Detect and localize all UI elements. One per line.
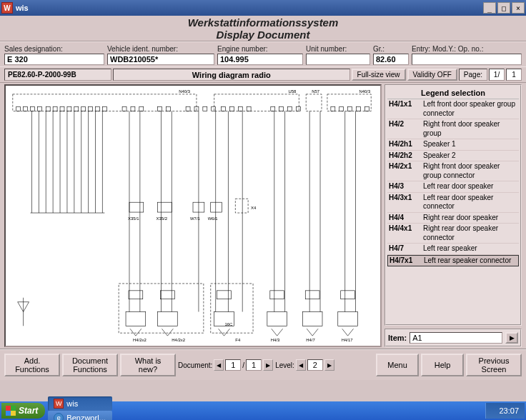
previous-screen-button[interactable]: Previous Screen bbox=[466, 354, 522, 376]
gr-value[interactable]: 82.60 bbox=[373, 54, 409, 65]
document-functions-button[interactable]: Document Functions bbox=[62, 354, 118, 376]
legend-list[interactable]: H4/1x1Left front door speaker group conn… bbox=[387, 99, 519, 323]
level-value: 2 bbox=[307, 359, 323, 371]
svg-text:H4/17: H4/17 bbox=[342, 338, 353, 342]
legend-item[interactable]: H4/7x1Left rear speaker connector bbox=[387, 255, 519, 267]
wiring-diagram-pane[interactable]: N40/3 U58 N57 N40/3 X35/1 X35/2 W7/1 W6/… bbox=[4, 84, 382, 347]
legend-desc: Right rear door speaker bbox=[423, 214, 517, 223]
windows-logo-icon bbox=[6, 406, 16, 416]
svg-rect-79 bbox=[158, 312, 178, 326]
diagram-label: N57 bbox=[312, 89, 319, 94]
entry-label: Entry: Mod.Y.: Op. no.: bbox=[412, 45, 522, 53]
taskbar-task[interactable]: Wwis bbox=[48, 396, 112, 411]
validity-button[interactable]: Validity OFF bbox=[407, 69, 457, 81]
legend-item[interactable]: H4/1x1Left front door speaker group conn… bbox=[387, 99, 519, 119]
svg-rect-18 bbox=[131, 107, 135, 111]
svg-rect-32 bbox=[288, 107, 292, 111]
legend-item[interactable]: H4/2h1Speaker 1 bbox=[387, 139, 519, 151]
minimize-button[interactable]: _ bbox=[483, 2, 496, 14]
legend-desc: Left rear speaker bbox=[423, 244, 517, 254]
svg-rect-37 bbox=[356, 107, 360, 111]
taskbar-task[interactable]: eBenzworl... bbox=[48, 411, 112, 420]
legend-desc: Right rear door speaker connector bbox=[423, 224, 517, 242]
task-label: wis bbox=[66, 399, 78, 408]
svg-rect-5 bbox=[24, 107, 28, 111]
svg-rect-3 bbox=[327, 94, 371, 111]
svg-rect-85 bbox=[302, 312, 322, 326]
add-functions-button[interactable]: Add. Functions bbox=[4, 354, 60, 376]
svg-text:H4/2x2: H4/2x2 bbox=[172, 338, 185, 342]
main-area: N40/3 U58 N57 N40/3 X35/1 X35/2 W7/1 W6/… bbox=[0, 83, 526, 349]
legend-code: H4/2x1 bbox=[389, 162, 423, 180]
legend-desc: Left rear door speaker connector bbox=[423, 194, 517, 211]
svg-rect-14 bbox=[89, 107, 93, 111]
legend-code: H4/4 bbox=[389, 214, 423, 223]
legend-item[interactable]: H4/4x1Right rear door speaker connector bbox=[387, 224, 519, 244]
close-button[interactable]: × bbox=[512, 2, 525, 14]
legend-item[interactable]: H4/2h2Speaker 2 bbox=[387, 151, 519, 162]
svg-rect-30 bbox=[271, 107, 275, 111]
windows-taskbar: Start WwiseBenzworl... 23:07 bbox=[0, 401, 526, 420]
legend-code: H4/7x1 bbox=[389, 256, 424, 266]
svg-rect-67 bbox=[158, 202, 172, 212]
svg-rect-19 bbox=[139, 107, 144, 111]
svg-rect-86 bbox=[305, 291, 319, 299]
svg-rect-29 bbox=[247, 107, 251, 111]
svg-rect-25 bbox=[212, 107, 216, 111]
svg-text:H4/2x2: H4/2x2 bbox=[133, 338, 147, 342]
svg-rect-8 bbox=[46, 107, 50, 111]
legend-item[interactable]: H4/2x1Right front door speaker group con… bbox=[387, 161, 519, 181]
svg-rect-35 bbox=[339, 107, 344, 111]
legend-item[interactable]: H4/3Left rear door speaker bbox=[387, 181, 519, 193]
legend-title: Legend selection bbox=[387, 87, 519, 99]
task-icon: e bbox=[54, 413, 64, 420]
svg-rect-71 bbox=[211, 202, 222, 212]
system-clock[interactable]: 23:07 bbox=[485, 403, 525, 419]
help-button[interactable]: Help bbox=[421, 354, 464, 376]
start-button[interactable]: Start bbox=[1, 403, 45, 419]
level-up-button[interactable]: ▶ bbox=[324, 359, 334, 371]
legend-code: H4/2 bbox=[389, 120, 423, 138]
engine-label: Engine number: bbox=[217, 45, 303, 53]
diagram-label: U58 bbox=[289, 89, 297, 94]
whats-new-button[interactable]: What is new? bbox=[120, 354, 176, 376]
document-nav: Document: ◀ 1 / 1 ▶ bbox=[178, 359, 273, 371]
svg-rect-87 bbox=[338, 312, 358, 326]
header-line-1: Werkstattinformationssystem bbox=[188, 16, 339, 29]
svg-rect-10 bbox=[60, 107, 64, 111]
item-value[interactable]: A1 bbox=[410, 332, 502, 344]
legend-item[interactable]: H4/2Right front door speaker group bbox=[387, 119, 519, 139]
doc-next-button[interactable]: ▶ bbox=[263, 359, 273, 371]
svg-text:H4/3: H4/3 bbox=[271, 338, 280, 342]
svg-rect-38 bbox=[364, 107, 369, 111]
document-row: PE82.60-P-2000-99B Wiring diagram radio … bbox=[0, 66, 526, 83]
svg-rect-82 bbox=[217, 291, 232, 299]
item-box: Item: A1 ▶ bbox=[384, 329, 522, 347]
doc-prev-button[interactable]: ◀ bbox=[214, 359, 224, 371]
legend-item[interactable]: H4/7Left rear speaker bbox=[387, 244, 519, 255]
legend-code: H4/3 bbox=[389, 182, 423, 191]
legend-item[interactable]: H4/3x1Left rear door speaker connector bbox=[387, 193, 519, 213]
engine-value[interactable]: 104.995 bbox=[217, 54, 303, 65]
legend-item[interactable]: H4/4Right rear door speaker bbox=[387, 213, 519, 224]
svg-rect-31 bbox=[279, 107, 284, 111]
item-next-button[interactable]: ▶ bbox=[505, 332, 518, 344]
legend-code: H4/7 bbox=[389, 244, 423, 254]
maximize-button[interactable]: □ bbox=[497, 2, 510, 14]
fullsize-button[interactable]: Full-size view bbox=[352, 69, 406, 81]
legend-desc: Left rear speaker connector bbox=[424, 256, 517, 266]
svg-rect-12 bbox=[74, 107, 79, 111]
vin-value[interactable]: WDB210055* bbox=[107, 54, 214, 65]
level-label: Level: bbox=[275, 361, 294, 369]
svg-rect-11 bbox=[67, 107, 71, 111]
level-down-button[interactable]: ◀ bbox=[296, 359, 306, 371]
window-title: wis bbox=[16, 4, 483, 12]
bottom-toolbar: Add. Functions Document Functions What i… bbox=[0, 349, 526, 380]
unit-value[interactable] bbox=[306, 54, 370, 65]
sales-label: Sales designation: bbox=[4, 45, 104, 53]
window-titlebar: W wis _ □ × bbox=[0, 0, 526, 16]
menu-button[interactable]: Menu bbox=[376, 354, 419, 376]
document-id: PE82.60-P-2000-99B bbox=[4, 69, 111, 81]
entry-value[interactable] bbox=[412, 54, 522, 65]
sales-value[interactable]: E 320 bbox=[4, 54, 104, 65]
